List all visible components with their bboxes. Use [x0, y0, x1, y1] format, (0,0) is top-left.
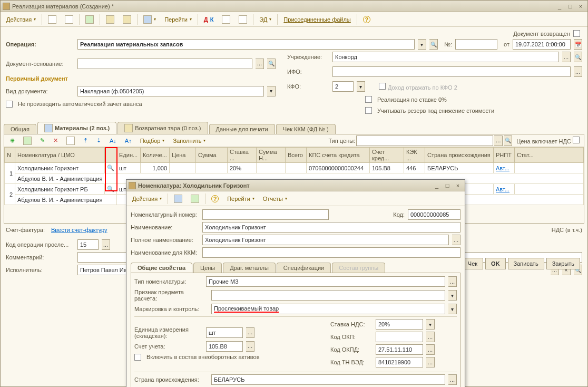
subtab-props[interactable]: Общие свойства: [131, 263, 192, 273]
tool-na[interactable]: [63, 135, 79, 147]
col-rnpt[interactable]: РНПТ: [494, 148, 515, 163]
kkmname-field[interactable]: [202, 247, 460, 258]
vatrate-field[interactable]: 20%: [376, 319, 423, 330]
noauto-checkbox[interactable]: [6, 101, 13, 108]
opcode-more[interactable]: …: [102, 239, 110, 250]
tool-menu1[interactable]: ▾: [140, 14, 160, 25]
okpd-more[interactable]: …: [426, 344, 435, 355]
name-field[interactable]: Холодильник Горизонт: [202, 222, 460, 233]
institution-more[interactable]: …: [562, 52, 571, 62]
kfo-field[interactable]: 2: [332, 81, 354, 92]
col-sum[interactable]: Сумма: [196, 148, 228, 163]
sort-asc-icon[interactable]: A↓: [106, 135, 120, 147]
subtab-group[interactable]: Состав группы: [332, 263, 385, 273]
col-unit[interactable]: Един...: [117, 148, 141, 163]
col-nom[interactable]: Номенклатура / ЦМО: [15, 148, 105, 163]
subtab-specs[interactable]: Спецификации: [277, 263, 331, 273]
minimize-icon[interactable]: _: [555, 3, 564, 10]
fullname-more[interactable]: …: [452, 235, 460, 245]
tnved-field[interactable]: 8418219900: [376, 357, 423, 367]
sub-help-icon[interactable]: ?: [208, 193, 222, 205]
ok-button[interactable]: OK: [485, 258, 506, 269]
col-country[interactable]: Страна происхождения: [425, 148, 494, 163]
operation-field[interactable]: Реализация материальных запасов: [77, 39, 415, 50]
rnpt-link[interactable]: Авт...: [496, 165, 509, 171]
okp-more[interactable]: …: [426, 332, 435, 342]
actions-menu[interactable]: Действия▾: [3, 14, 40, 25]
col-total[interactable]: Всего: [286, 148, 307, 163]
docbasis-field[interactable]: [77, 59, 252, 69]
tool-doc2[interactable]: [119, 14, 135, 25]
pricetype-search[interactable]: 🔍: [504, 136, 512, 146]
sub-tool-1[interactable]: [170, 193, 186, 205]
docbasis-search[interactable]: 🔍: [267, 59, 276, 69]
sub-reports-menu[interactable]: Отчеты▾: [259, 193, 291, 205]
vatrate-dd[interactable]: ▾: [426, 319, 435, 330]
doc-returned-checkbox[interactable]: [573, 30, 580, 37]
tool-refresh[interactable]: [82, 14, 97, 25]
col-n[interactable]: N: [5, 148, 15, 163]
tool-dtkt[interactable]: ДК: [200, 14, 218, 25]
move-down-icon[interactable]: ⇣: [93, 135, 105, 147]
opcode-field[interactable]: 15: [77, 239, 99, 250]
ifo-field[interactable]: [332, 66, 571, 77]
nomnum-field[interactable]: [202, 209, 329, 220]
unitstore-more[interactable]: …: [246, 327, 254, 338]
sub-actions-menu[interactable]: Действия▾: [129, 193, 165, 205]
sort-desc-icon[interactable]: A↑: [121, 135, 135, 147]
save-button[interactable]: Записать: [508, 258, 544, 269]
col-price[interactable]: Цена: [170, 148, 196, 163]
select-menu[interactable]: Подбор▾: [136, 135, 169, 147]
col-kps[interactable]: КПС счета кредита: [307, 148, 370, 163]
country-more[interactable]: …: [448, 374, 457, 385]
tool-2[interactable]: [61, 14, 77, 25]
col-acc[interactable]: Счет кред...: [370, 148, 404, 163]
ed-menu[interactable]: ЭД▾: [256, 14, 275, 25]
reserve-checkbox[interactable]: [365, 107, 372, 114]
doctype-field[interactable]: Накладная (ф.0504205): [77, 86, 264, 96]
rnpt-link[interactable]: Авт...: [496, 186, 509, 192]
operation-pick[interactable]: 🔍: [429, 39, 438, 50]
tab-tara[interactable]: Возвратная тара (0 поз.): [117, 122, 208, 134]
accstore-field[interactable]: 105.В8: [206, 341, 243, 352]
add-row-icon[interactable]: ⊕: [6, 135, 18, 147]
enter-invoice-link[interactable]: Ввести счет-фактуру: [51, 227, 107, 233]
okpd-field[interactable]: 27.51.11.110: [376, 344, 423, 355]
close-icon[interactable]: ×: [576, 3, 585, 10]
maximize-icon[interactable]: □: [565, 3, 575, 10]
kfo-dd[interactable]: ▾: [357, 81, 365, 92]
help-icon[interactable]: ?: [359, 14, 374, 25]
sub-tool-2[interactable]: [187, 193, 203, 205]
delete-row-icon[interactable]: ✕: [50, 135, 62, 147]
date-field[interactable]: 19.07.2021 0:00:00: [513, 39, 571, 50]
rate0-checkbox[interactable]: [365, 96, 372, 103]
sub-close-icon[interactable]: ×: [453, 182, 463, 189]
country-field[interactable]: БЕЛАРУСЬ: [211, 374, 445, 385]
subtab-prices[interactable]: Цены: [193, 263, 222, 273]
tab-kkm[interactable]: Чек ККМ (ФД № ): [276, 124, 336, 134]
tool-5[interactable]: [235, 14, 251, 25]
close-button[interactable]: Закрыть: [546, 258, 580, 269]
tool-doc1[interactable]: [102, 14, 118, 25]
pricetype-field[interactable]: [356, 136, 493, 146]
accstore-more[interactable]: …: [246, 341, 254, 352]
tool-4[interactable]: [218, 14, 234, 25]
go-menu[interactable]: Перейти▾: [161, 14, 195, 25]
sub-maximize-icon[interactable]: □: [443, 182, 452, 189]
docbasis-more[interactable]: …: [256, 59, 264, 69]
ifo-more[interactable]: …: [574, 66, 582, 77]
calc-dd[interactable]: ▾: [448, 290, 457, 301]
tool-1[interactable]: [44, 14, 60, 25]
col-kek[interactable]: КЭК ...: [404, 148, 425, 163]
code-field[interactable]: 000000000085: [408, 209, 460, 220]
tab-general[interactable]: Общая: [4, 124, 36, 134]
mark-field[interactable]: Прослеживаемый товар: [211, 304, 445, 314]
pricetype-more[interactable]: …: [494, 136, 503, 146]
fill-menu[interactable]: Заполнить▾: [169, 135, 209, 147]
subtab-metals[interactable]: Драг. металлы: [223, 263, 276, 273]
okp-field[interactable]: [376, 332, 423, 342]
num-field[interactable]: [455, 39, 497, 50]
date-picker-icon[interactable]: 📅: [574, 39, 582, 50]
tab-print[interactable]: Данные для печати: [209, 124, 275, 134]
mark-dd[interactable]: ▾: [448, 304, 457, 314]
